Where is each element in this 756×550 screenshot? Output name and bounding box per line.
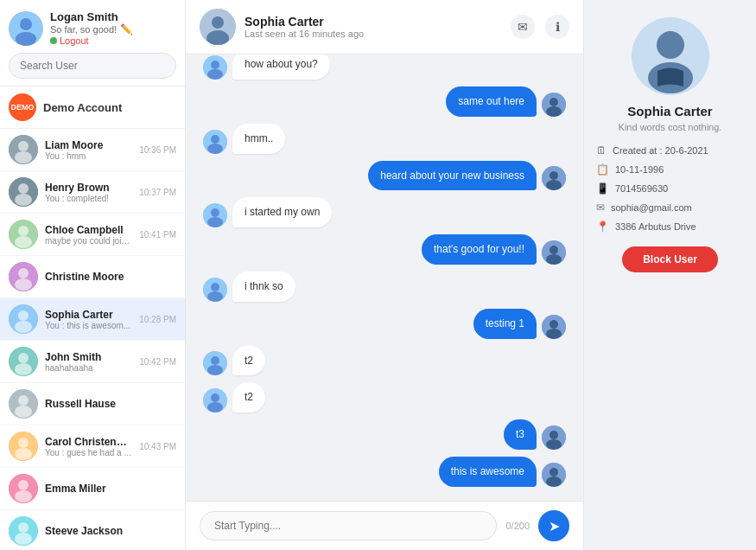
email-icon: ✉ [596, 201, 605, 214]
svg-point-56 [546, 106, 562, 117]
contacts-container: Liam Moore You : hmm 10:36 PM Henry Brow… [0, 129, 185, 550]
svg-point-70 [211, 283, 219, 291]
contact-time: 10:37 PM [139, 188, 176, 197]
svg-point-65 [207, 217, 223, 227]
incoming-message: t2 [232, 382, 265, 412]
current-user-details: Logan Smith So far, so good! ✏️ Logout [50, 10, 176, 46]
svg-point-83 [546, 439, 562, 450]
contact-avatar [9, 347, 38, 376]
message-row: how about you? [203, 54, 566, 80]
current-user-info: Logan Smith So far, so good! ✏️ Logout [9, 10, 176, 46]
contact-item[interactable]: Russell Hause [0, 383, 185, 425]
block-user-button[interactable]: Block User [622, 246, 718, 272]
demo-account-item[interactable]: DEMO Demo Account [0, 86, 185, 129]
svg-point-13 [18, 268, 29, 278]
svg-point-52 [211, 61, 219, 69]
svg-point-17 [15, 321, 32, 333]
svg-point-53 [207, 69, 223, 80]
contact-last-msg: haahahaaha [45, 363, 132, 373]
svg-point-10 [18, 226, 29, 236]
svg-point-86 [546, 476, 562, 487]
message-row: hmm.. [203, 124, 566, 154]
contact-info: Chloe Campbell maybe you could join... [45, 224, 132, 246]
send-button[interactable]: ➤ [538, 510, 569, 541]
contact-name: Christine Moore [45, 271, 176, 283]
contact-info: Emma Miller [45, 483, 176, 495]
mail-icon[interactable]: ✉ [511, 15, 535, 39]
message-row: heard about your new business [203, 161, 566, 191]
contact-info: Carol Christensen You : gues he had a ..… [45, 436, 132, 457]
logout-button[interactable]: Logout [50, 35, 176, 46]
message-input[interactable] [200, 511, 497, 540]
contact-item[interactable]: Henry Brown You : completed! 10:37 PM [0, 171, 185, 214]
svg-point-26 [15, 448, 32, 460]
svg-point-71 [207, 291, 223, 302]
svg-point-1 [20, 18, 32, 30]
svg-point-64 [211, 208, 219, 217]
contact-item[interactable]: Christine Moore [0, 256, 185, 298]
contact-time: 10:36 PM [139, 145, 176, 155]
info-icon[interactable]: ℹ [545, 15, 569, 39]
svg-point-32 [15, 533, 32, 545]
contact-info: John Smith haahahaaha [45, 351, 132, 373]
char-counter: 0/200 [505, 521, 530, 531]
chat-header-actions: ✉ ℹ [511, 15, 569, 39]
incoming-message: i started my own [232, 197, 332, 227]
svg-point-25 [18, 438, 29, 448]
message-row: that's good for you!! [203, 234, 566, 265]
svg-point-14 [15, 278, 32, 291]
messages-area: hey! oh hi logan :) how's everything goi… [186, 54, 583, 501]
current-user-name: Logan Smith [50, 10, 176, 23]
svg-point-74 [546, 329, 562, 339]
contact-item[interactable]: Carol Christensen You : gues he had a ..… [0, 425, 185, 468]
outgoing-message: that's good for you!! [422, 234, 537, 265]
outgoing-avatar [542, 315, 566, 339]
contact-time: 10:42 PM [139, 357, 176, 367]
contact-item[interactable]: Chloe Campbell maybe you could join... 1… [0, 214, 185, 256]
svg-point-2 [16, 32, 36, 46]
svg-point-29 [15, 490, 32, 502]
contact-name: Russell Hause [45, 398, 176, 410]
contact-info: Liam Moore You : hmm [45, 139, 132, 161]
search-input[interactable] [9, 53, 176, 79]
outgoing-avatar [542, 425, 566, 450]
svg-point-61 [550, 171, 558, 180]
outgoing-avatar [542, 463, 566, 487]
current-user-avatar [9, 11, 43, 46]
message-row: t2 [203, 346, 566, 376]
profile-avatar [632, 17, 709, 95]
contact-item[interactable]: Sophia Carter You : this is awesom... 10… [0, 298, 185, 341]
contact-avatar [9, 262, 38, 291]
chat-contact-name: Sophia Carter [245, 15, 502, 29]
contact-last-msg: You : completed! [45, 194, 132, 203]
contact-item[interactable]: John Smith haahahaaha 10:42 PM [0, 341, 185, 383]
contact-name: Henry Brown [45, 182, 132, 194]
chat-main: Sophia Carter Last seen at 16 minutes ag… [186, 0, 583, 550]
contact-time: 10:43 PM [139, 442, 176, 451]
contact-item[interactable]: Liam Moore You : hmm 10:36 PM [0, 129, 185, 171]
svg-point-77 [207, 365, 223, 375]
chat-contact-avatar [200, 9, 236, 45]
outgoing-avatar [542, 166, 566, 190]
svg-point-4 [18, 141, 29, 151]
contact-avatar [9, 177, 38, 207]
location-icon: 📍 [596, 221, 609, 233]
profile-details: 🗓 Created at : 20-6-2021 📋 10-11-1996 📱 … [596, 144, 744, 233]
svg-point-19 [18, 353, 29, 363]
svg-point-82 [550, 431, 558, 439]
calendar-icon: 🗓 [596, 144, 607, 157]
svg-point-16 [18, 310, 29, 321]
contact-item[interactable]: Emma Miller [0, 468, 185, 510]
profile-name: Sophia Carter [627, 104, 712, 118]
message-row: i thnk so [203, 272, 566, 302]
incoming-avatar [203, 388, 227, 412]
incoming-message: hmm.. [232, 124, 285, 154]
contact-info: Henry Brown You : completed! [45, 182, 132, 203]
edit-status-icon[interactable]: ✏️ [120, 23, 133, 35]
profile-phone: 📱 7014569630 [596, 182, 744, 195]
message-row: testing 1 [203, 309, 566, 339]
incoming-avatar [203, 351, 227, 375]
svg-point-28 [18, 480, 29, 490]
contact-avatar [9, 304, 38, 334]
contact-item[interactable]: Steeve Jackson [0, 510, 185, 550]
